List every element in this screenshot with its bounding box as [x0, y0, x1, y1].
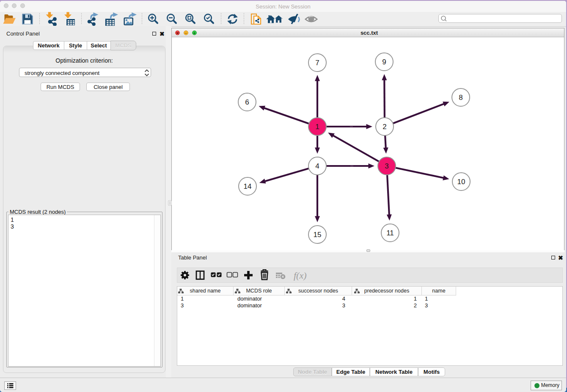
svg-text:8: 8 [459, 94, 462, 102]
svg-text:3: 3 [385, 162, 388, 170]
svg-text:10: 10 [457, 178, 465, 186]
svg-text:1: 1 [315, 123, 319, 131]
svg-text:11: 11 [386, 229, 394, 237]
svg-text:9: 9 [382, 58, 386, 66]
svg-text:4: 4 [315, 162, 319, 170]
svg-text:7: 7 [315, 59, 319, 67]
svg-text:2: 2 [383, 123, 386, 131]
svg-text:f(x): f(x) [294, 270, 307, 281]
svg-text:6: 6 [245, 98, 249, 106]
svg-text:15: 15 [314, 231, 322, 239]
svg-text:strongly connected component: strongly connected component [25, 70, 99, 76]
svg-text:14: 14 [244, 182, 252, 190]
